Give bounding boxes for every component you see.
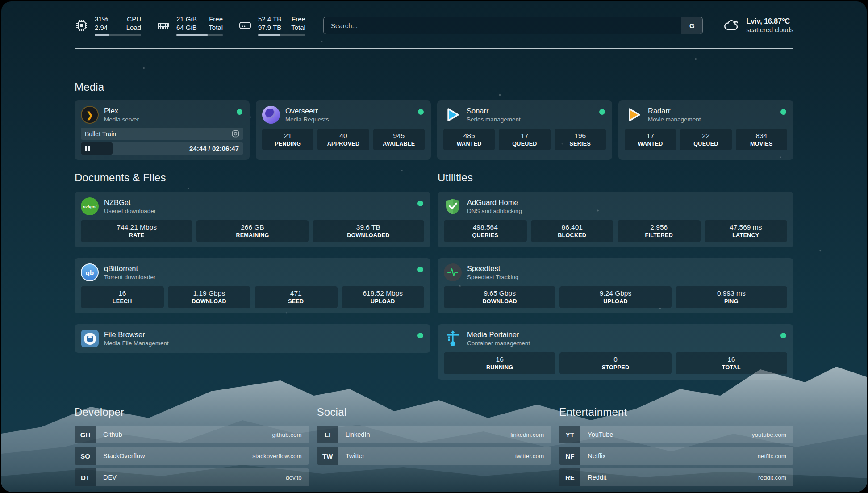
overseerr-icon: [262, 106, 280, 124]
speedtest-icon: [444, 263, 462, 281]
memory-progress-fill: [176, 34, 208, 36]
service-card-qbittorrent[interactable]: qb qBittorrent Torrent downloader 16 LEE…: [75, 258, 430, 313]
stat-pending: 21 PENDING: [262, 129, 313, 150]
memory-total-value: 64 GiB: [176, 23, 197, 32]
stat-downloaded: 39.6 TB DOWNLOADED: [313, 220, 424, 242]
bookmark-group-developer: Developer GH Github github.com SO StackO…: [75, 406, 309, 486]
stat-rate: 744.21 Mbps RATE: [81, 220, 192, 242]
bookmark-linkedin[interactable]: LI LinkedIn linkedin.com: [317, 426, 551, 443]
now-playing-title: Bullet Train: [85, 130, 232, 138]
memory-widget: 21 GiB 64 GiB Free Total: [156, 15, 223, 36]
adguard-icon: [444, 197, 462, 215]
service-name: Speedtest: [467, 264, 519, 273]
stat-queued: 17 QUEUED: [499, 129, 550, 150]
service-name: qBittorrent: [104, 264, 156, 273]
cpu-widget: 31% 2.94 CPU Load: [75, 15, 141, 36]
search-input[interactable]: [324, 17, 681, 34]
service-card-plex[interactable]: ❯ Plex Media server Bullet Train: [75, 100, 250, 160]
bookmark-reddit[interactable]: RE Reddit reddit.com: [559, 468, 793, 486]
service-description: Usenet downloader: [104, 207, 156, 215]
bookmark-abbr: DT: [75, 468, 96, 486]
service-card-sonarr[interactable]: Sonarr Series management 485 WANTED 17 Q…: [437, 100, 612, 160]
service-description: Movie management: [648, 116, 701, 123]
status-dot: [599, 109, 605, 115]
stat-movies: 834 MOVIES: [736, 129, 787, 150]
search-bar: G: [323, 17, 703, 34]
section-title-entertainment: Entertainment: [559, 406, 793, 418]
disk-free-label: Free: [291, 15, 305, 23]
bookmark-name: YouTube: [580, 426, 751, 443]
service-card-filebrowser[interactable]: File Browser Media File Management: [75, 324, 430, 353]
bookmark-url: reddit.com: [758, 468, 793, 486]
service-card-adguard[interactable]: AdGuard Home DNS and adblocking 498,564 …: [438, 192, 793, 247]
service-card-overseerr[interactable]: Overseerr Media Requests 21 PENDING 40 A…: [256, 100, 431, 160]
filebrowser-icon: [81, 330, 99, 347]
search-provider-button[interactable]: G: [681, 17, 702, 34]
stat-upload: 618.52 Mbps UPLOAD: [342, 286, 425, 308]
service-card-radarr[interactable]: Radarr Movie management 17 WANTED 22 QUE…: [618, 100, 793, 160]
stat-filtered: 2,956 FILTERED: [618, 220, 701, 242]
section-title-media: Media: [75, 81, 793, 93]
stat-available: 945 AVAILABLE: [373, 129, 425, 150]
bookmark-dev[interactable]: DT DEV dev.to: [75, 468, 309, 486]
top-bar: 31% 2.94 CPU Load: [75, 15, 793, 36]
section-title-documents: Documents & Files: [75, 171, 430, 184]
bookmark-stackoverflow[interactable]: SO StackOverflow stackoverflow.com: [75, 447, 309, 465]
service-name: NZBGet: [104, 198, 156, 207]
bookmark-github[interactable]: GH Github github.com: [75, 426, 309, 443]
memory-free-label: Free: [209, 15, 223, 23]
weather-widget: Lviv, 16.87°C scattered clouds: [722, 17, 793, 34]
bookmark-url: twitter.com: [515, 447, 551, 465]
section-title-social: Social: [317, 406, 551, 418]
section-title-utilities: Utilities: [438, 171, 793, 184]
disk-widget: 52.4 TB 97.9 TB Free Total: [238, 15, 305, 36]
service-card-nzbget[interactable]: nzbget NZBGet Usenet downloader 744.21 M…: [75, 192, 430, 247]
bookmark-youtube[interactable]: YT YouTube youtube.com: [559, 426, 793, 443]
stat-remaining: 266 GB REMAINING: [196, 220, 308, 242]
service-card-speedtest[interactable]: Speedtest Speedtest Tracking 9.65 Gbps D…: [438, 258, 793, 313]
stat-total: 16 TOTAL: [676, 352, 787, 374]
service-description: Container management: [467, 339, 530, 347]
stat-running: 16 RUNNING: [444, 352, 555, 374]
bookmark-name: LinkedIn: [338, 426, 511, 443]
disk-total-label: Total: [291, 23, 305, 32]
disk-total-value: 97.9 TB: [258, 23, 281, 32]
stat-queued: 22 QUEUED: [680, 129, 731, 150]
cpu-percent: 31%: [95, 15, 108, 23]
cpu-progress-track: [95, 34, 141, 36]
bookmark-abbr: LI: [317, 426, 338, 443]
bookmark-twitter[interactable]: TW Twitter twitter.com: [317, 447, 551, 465]
bookmark-url: linkedin.com: [510, 426, 551, 443]
status-dot: [780, 109, 786, 115]
dashboard-screen: 31% 2.94 CPU Load: [1, 1, 867, 492]
plex-icon: ❯: [81, 106, 99, 124]
status-dot: [780, 333, 786, 338]
service-name: AdGuard Home: [467, 198, 522, 207]
stat-latency: 47.569 ms LATENCY: [705, 220, 788, 242]
status-dot: [418, 109, 424, 115]
nzbget-icon: nzbget: [81, 197, 99, 215]
disk-icon: [238, 18, 252, 33]
bookmark-netflix[interactable]: NF Netflix netflix.com: [559, 447, 793, 465]
now-playing-row: Bullet Train: [81, 128, 243, 140]
bookmark-group-social: Social LI LinkedIn linkedin.com TW Twitt…: [317, 406, 551, 486]
cpu-label: CPU: [126, 15, 141, 23]
bookmark-abbr: NF: [559, 447, 580, 465]
bookmark-abbr: SO: [75, 447, 96, 465]
header-divider: [75, 48, 793, 49]
service-card-portainer[interactable]: Media Portainer Container management 16 …: [438, 324, 793, 380]
media-grid: ❯ Plex Media server Bullet Train: [75, 100, 793, 160]
stat-approved: 40 APPROVED: [317, 129, 369, 150]
disk-progress-track: [258, 34, 305, 36]
status-dot: [417, 267, 423, 272]
stat-download: 1.19 Gbps DOWNLOAD: [168, 286, 251, 308]
disk-free-value: 52.4 TB: [258, 15, 281, 23]
service-name: Media Portainer: [467, 330, 530, 339]
radarr-icon: [625, 106, 643, 124]
service-name: Sonarr: [467, 106, 521, 116]
stat-wanted: 17 WANTED: [625, 129, 676, 150]
bookmark-url: github.com: [272, 426, 309, 443]
bookmark-url: netflix.com: [757, 447, 793, 465]
bookmark-abbr: RE: [559, 468, 580, 486]
bookmark-abbr: TW: [317, 447, 338, 465]
